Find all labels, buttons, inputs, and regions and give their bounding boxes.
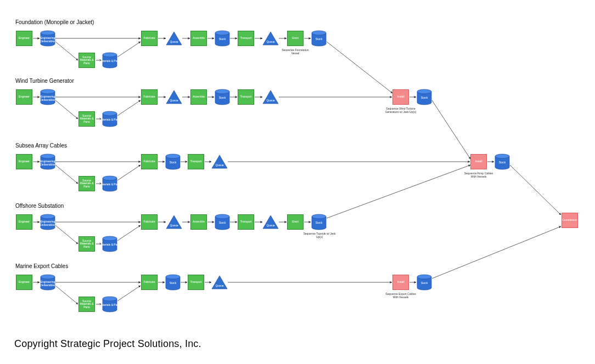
- svg-text:Stock: Stock: [499, 161, 506, 164]
- substation-erect-note: Sequence Topside w/ Jack Up(s): [303, 232, 336, 238]
- commission: Commission: [562, 213, 578, 228]
- cyl-label: Engineering: [41, 36, 55, 39]
- svg-text:Queue: Queue: [215, 163, 223, 167]
- export-install-note: Sequence Export Cables With Vessels: [384, 292, 417, 299]
- lane-title-array: Subsea Array Cables: [15, 143, 67, 149]
- wtg-install-note: Sequence Wind Turbine Generators w/ Jack…: [384, 107, 417, 113]
- foundation-source: Source Materials & Parts: [78, 53, 95, 68]
- svg-text:Stock: Stock: [170, 281, 177, 285]
- array-source: Source Materials & Parts: [78, 176, 95, 191]
- lane-title-export: Marine Export Cables: [15, 263, 68, 269]
- svg-text:Deliverables: Deliverables: [40, 163, 55, 166]
- svg-text:Queue: Queue: [266, 40, 274, 43]
- svg-text:Queue: Queue: [266, 224, 274, 227]
- copyright-text: Copyright Strategic Project Solutions, I…: [14, 338, 201, 350]
- svg-text:Engineering: Engineering: [41, 95, 55, 98]
- foundation-transport: Transport: [238, 31, 254, 46]
- foundation-erect: Erect: [287, 31, 304, 46]
- svg-text:Stock: Stock: [170, 161, 177, 164]
- svg-text:Stock: Stock: [316, 37, 323, 41]
- lane-title-wtg: Wind Turbine Generator: [15, 78, 74, 84]
- svg-text:Stock: Stock: [421, 281, 428, 285]
- array-install: Install: [470, 154, 487, 169]
- svg-text:Queue: Queue: [170, 99, 178, 102]
- svg-text:Engineering: Engineering: [41, 280, 55, 283]
- wtg-install: Install: [392, 89, 409, 105]
- lane-title-foundation: Foundation (Monopile or Jacket): [15, 19, 94, 25]
- array-transport: Transport: [188, 154, 204, 169]
- svg-text:Materials & Parts: Materials & Parts: [99, 243, 121, 246]
- lane-title-substation: Offshore Substation: [15, 203, 64, 209]
- export-engineer: Engineer: [16, 275, 32, 290]
- svg-text:Deliverables: Deliverables: [40, 223, 55, 226]
- array-fabricate: Fabricate: [141, 154, 158, 169]
- substation-source: Source Materials & Parts: [78, 236, 95, 252]
- svg-text:Materials & Parts: Materials & Parts: [99, 303, 121, 306]
- substation-transport: Transport: [238, 214, 254, 230]
- svg-text:Deliverables: Deliverables: [40, 283, 55, 287]
- wtg-engineer: Engineer: [16, 89, 32, 105]
- svg-text:Queue: Queue: [266, 99, 274, 102]
- svg-text:Queue: Queue: [215, 284, 223, 287]
- svg-text:Stock: Stock: [316, 221, 323, 224]
- foundation-assemble: Assemble: [190, 31, 207, 46]
- substation-erect: Erect: [287, 214, 304, 230]
- foundation-erect-note: Sequence Foundation Vessel: [279, 48, 312, 55]
- svg-text:Stock: Stock: [219, 37, 226, 41]
- foundation-fabricate: Fabricate: [141, 31, 158, 46]
- svg-text:Queue: Queue: [170, 40, 178, 43]
- svg-text:Engineering: Engineering: [41, 160, 55, 163]
- svg-text:Engineering: Engineering: [41, 220, 55, 223]
- wtg-assemble: Assemble: [190, 89, 207, 105]
- array-engineer: Engineer: [16, 154, 32, 169]
- export-source: Source Materials & Parts: [78, 297, 95, 312]
- wtg-source: Source Materials & Parts: [78, 111, 95, 127]
- svg-text:Deliverables: Deliverables: [40, 39, 55, 43]
- wtg-transport: Transport: [238, 89, 254, 105]
- svg-text:Queue: Queue: [170, 224, 178, 227]
- substation-fabricate: Fabricate: [141, 214, 158, 230]
- foundation-engineer: Engineer: [16, 31, 32, 46]
- diagram-canvas: EngineeringDeliverables Materials & Part…: [0, 0, 595, 364]
- substation-engineer: Engineer: [16, 214, 32, 230]
- svg-text:Materials & Parts: Materials & Parts: [99, 118, 121, 121]
- svg-text:Stock: Stock: [219, 221, 226, 224]
- export-transport: Transport: [188, 275, 204, 290]
- svg-text:Stock: Stock: [421, 96, 428, 99]
- svg-text:Deliverables: Deliverables: [40, 98, 55, 101]
- svg-text:Stock: Stock: [219, 96, 226, 99]
- array-install-note: Sequence Array Cables With Vessels: [462, 172, 495, 178]
- export-fabricate: Fabricate: [141, 275, 158, 290]
- wtg-fabricate: Fabricate: [141, 89, 158, 105]
- export-install: Install: [392, 275, 409, 290]
- svg-text:Materials & Parts: Materials & Parts: [99, 59, 121, 62]
- svg-text:Materials & Parts: Materials & Parts: [99, 183, 121, 186]
- substation-assemble: Assemble: [190, 214, 207, 230]
